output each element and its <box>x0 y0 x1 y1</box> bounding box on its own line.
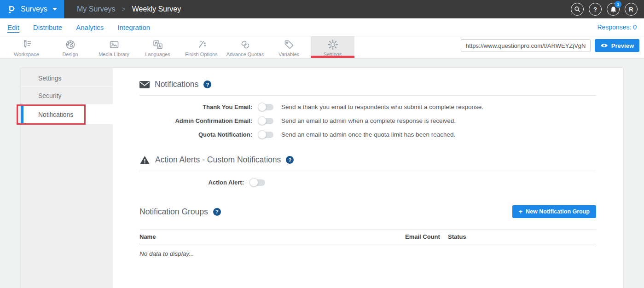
edit-toolbar: Workspace Design Media Library <box>0 36 644 58</box>
toolbar-label: Design <box>62 52 78 57</box>
toggle-knob <box>258 116 267 125</box>
media-library-icon <box>108 39 120 51</box>
sidebar-item-label: Notifications <box>38 111 73 118</box>
field-label: Admin Confirmation Email: <box>139 117 252 124</box>
field-description: Send a thank you email to respondents wh… <box>281 104 483 110</box>
languages-icon <box>152 39 164 51</box>
content-area: Settings Security Notifications <box>0 58 644 288</box>
toolbar-item-languages[interactable]: Languages <box>136 36 180 58</box>
notification-groups-section: Notification Groups ? + New Notification… <box>139 205 596 257</box>
preview-label: Preview <box>611 42 634 49</box>
preview-button[interactable]: Preview <box>595 39 639 52</box>
sidebar-item-settings[interactable]: Settings <box>21 69 113 87</box>
finish-options-icon <box>196 39 208 51</box>
annotation-underline <box>311 56 354 58</box>
avatar[interactable]: R <box>625 3 638 16</box>
questionpro-logo-icon <box>6 4 17 14</box>
notifications-settings-panel: Notifications ? Thank You Email: Send a … <box>113 68 623 257</box>
section-title: Notifications <box>155 80 198 89</box>
topbar-actions: ? 1 R <box>571 3 644 16</box>
action-alert-rows: Action Alert: <box>139 171 596 186</box>
quota-notification-toggle[interactable] <box>258 132 273 138</box>
admin-confirmation-email-row: Admin Confirmation Email: Send an email … <box>139 117 596 124</box>
sidebar-item-label: Security <box>38 92 62 99</box>
section-title: Notification Groups <box>139 207 208 217</box>
section-header: Action Alerts - Custom Notifications ? <box>139 155 596 165</box>
toolbar-item-variables[interactable]: Variables <box>267 36 311 58</box>
column-header-name: Name <box>139 233 405 240</box>
toggle-knob <box>258 103 267 111</box>
surveys-dropdown[interactable]: Surveys <box>0 0 64 18</box>
groups-title-group: Notification Groups ? <box>139 207 221 217</box>
field-description: Send an email to admin once the quota li… <box>281 131 455 138</box>
workspace-icon <box>21 39 33 51</box>
chevron-down-icon <box>52 8 57 11</box>
toolbar-label: Advance Quotas <box>226 52 264 57</box>
quota-notification-row: Quota Notification: Send an email to adm… <box>139 131 596 138</box>
page: Surveys My Surveys > Weekly Survey ? <box>0 0 644 288</box>
url-preview-group: Preview <box>461 39 639 52</box>
admin-confirmation-email-toggle[interactable] <box>258 118 273 124</box>
groups-table-header: Name Email Count Status <box>139 229 596 244</box>
toolbar-label: Workspace <box>14 52 39 57</box>
thank-you-email-toggle[interactable] <box>258 104 273 110</box>
toolbar-item-settings[interactable]: Settings <box>311 36 354 58</box>
toolbar-item-finish-options[interactable]: Finish Options <box>180 36 223 58</box>
breadcrumb-separator-icon: > <box>122 6 126 13</box>
sidebar-item-security[interactable]: Security <box>21 87 113 104</box>
thank-you-email-row: Thank You Email: Send a thank you email … <box>139 104 596 110</box>
toolbar-item-media-library[interactable]: Media Library <box>92 36 136 58</box>
help-button[interactable]: ? <box>589 3 602 16</box>
toolbar-label: Finish Options <box>185 52 217 57</box>
new-group-label: New Notification Group <box>526 208 590 215</box>
toggle-knob <box>249 178 258 187</box>
field-label: Quota Notification: <box>139 131 252 138</box>
breadcrumb-current: Weekly Survey <box>132 5 181 13</box>
search-icon <box>574 6 581 13</box>
eye-icon <box>600 43 608 48</box>
settings-card: Settings Security Notifications <box>21 68 623 288</box>
product-name: Surveys <box>21 5 47 13</box>
toolbar-item-advance-quotas[interactable]: Advance Quotas <box>223 36 267 58</box>
responses-count[interactable]: Responses: 0 <box>597 23 637 31</box>
groups-header: Notification Groups ? + New Notification… <box>139 205 596 218</box>
tab-distribute[interactable]: Distribute <box>33 23 62 31</box>
toolbar-item-design[interactable]: Design <box>48 36 92 58</box>
tab-analytics[interactable]: Analytics <box>76 23 104 31</box>
action-alert-row: Action Alert: <box>139 179 596 186</box>
notification-count-badge: 1 <box>615 1 621 8</box>
tab-integration[interactable]: Integration <box>117 23 150 31</box>
field-description: Send an email to admin when a complete r… <box>281 117 456 124</box>
help-icon[interactable]: ? <box>203 81 211 88</box>
sidebar-item-label: Settings <box>38 75 62 82</box>
action-alerts-section: Action Alerts - Custom Notifications ? A… <box>139 155 596 186</box>
toggle-knob <box>258 130 267 139</box>
tab-edit[interactable]: Edit <box>7 23 19 31</box>
new-notification-group-button[interactable]: + New Notification Group <box>512 205 596 218</box>
breadcrumb: My Surveys > Weekly Survey <box>77 5 181 13</box>
help-icon[interactable]: ? <box>286 156 294 164</box>
sidebar-item-notifications[interactable]: Notifications <box>21 104 113 124</box>
action-alert-toggle[interactable] <box>250 179 265 186</box>
notification-toggle-rows: Thank You Email: Send a thank you email … <box>139 96 596 138</box>
column-header-email-count: Email Count <box>405 233 448 240</box>
avatar-initial: R <box>629 6 633 13</box>
section-header: Notifications ? <box>139 80 596 89</box>
nav-tabs: Edit Distribute Analytics Integration <box>7 23 150 31</box>
toolbar-label: Languages <box>145 52 170 57</box>
field-label: Action Alert: <box>139 179 244 186</box>
envelope-icon <box>139 81 150 88</box>
design-icon <box>64 39 76 51</box>
notifications-section: Notifications ? Thank You Email: Send a … <box>139 68 596 138</box>
empty-table-message: No data to display... <box>139 250 596 257</box>
notifications-button[interactable]: 1 <box>607 3 620 16</box>
survey-url-input[interactable] <box>461 39 591 52</box>
toolbar-label: Media Library <box>99 52 129 57</box>
top-bar: Surveys My Surveys > Weekly Survey ? <box>0 0 644 18</box>
toolbar-item-workspace[interactable]: Workspace <box>5 36 48 58</box>
plus-icon: + <box>519 208 522 215</box>
breadcrumb-parent[interactable]: My Surveys <box>77 5 116 13</box>
help-icon[interactable]: ? <box>213 208 221 216</box>
search-button[interactable] <box>571 3 584 16</box>
field-label: Thank You Email: <box>139 104 252 110</box>
